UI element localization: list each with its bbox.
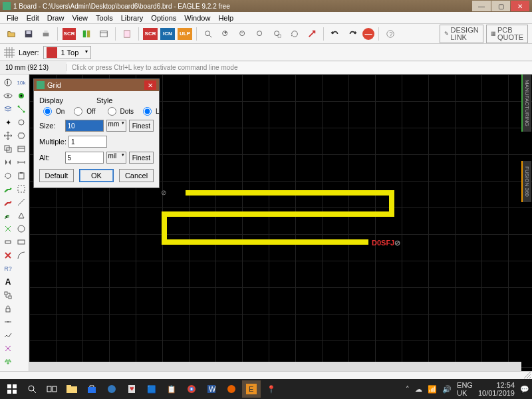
menu-help[interactable]: Help (214, 14, 237, 22)
text-tool[interactable]: A (2, 276, 14, 288)
grid-icon[interactable] (4, 47, 15, 58)
zoom-in-button[interactable]: + (218, 27, 233, 41)
info-tool[interactable]: i (2, 76, 14, 88)
tb-firefox[interactable] (222, 380, 241, 398)
layers-tool[interactable] (2, 103, 14, 115)
default-button[interactable]: Default (39, 169, 74, 182)
undo-button[interactable] (328, 27, 342, 41)
start-button[interactable] (3, 380, 21, 398)
sheet-button[interactable] (120, 27, 134, 41)
ratsnest-tool[interactable] (2, 342, 14, 354)
split-tool[interactable] (2, 316, 14, 328)
menu-window[interactable]: Window (180, 14, 214, 22)
close-window-button[interactable]: ✕ (511, 1, 529, 11)
dialog-close-button[interactable]: ✕ (144, 80, 156, 90)
open-button[interactable] (4, 27, 19, 41)
move-tool[interactable] (2, 130, 14, 142)
size-unit-select[interactable]: mm (106, 120, 126, 132)
maximize-button[interactable]: ▢ (491, 1, 510, 11)
library-button[interactable] (96, 27, 111, 41)
system-tray[interactable]: ˄ ☁ 📶 🔊 ENGUK 12:5410/01/2019 💬 (406, 381, 529, 397)
tb-chrome[interactable] (182, 380, 201, 398)
dialog-titlebar[interactable]: Grid ✕ (34, 79, 159, 91)
menu-tools[interactable]: Tools (92, 14, 117, 22)
menu-options[interactable]: Options (147, 14, 180, 22)
tb-edge[interactable] (102, 380, 121, 398)
display-off-radio[interactable] (74, 107, 82, 116)
polygon-tool[interactable] (15, 209, 27, 221)
replace-tool[interactable] (2, 289, 14, 301)
hole-tool[interactable] (15, 116, 27, 128)
tb-app2[interactable]: 📋 (162, 380, 181, 398)
icn-button[interactable]: ICN (160, 28, 175, 40)
redo-zoom-button[interactable] (287, 27, 302, 41)
attribute-tool[interactable] (15, 143, 27, 155)
delete-tool[interactable] (2, 249, 14, 261)
fanout-tool[interactable] (2, 223, 14, 235)
name-tool[interactable]: R? (2, 263, 14, 275)
tray-chevron-icon[interactable]: ˄ (406, 385, 410, 394)
rect-tool[interactable] (15, 236, 27, 248)
line-tool[interactable] (15, 196, 27, 208)
task-view-button[interactable] (43, 380, 61, 398)
tb-solitaire[interactable]: ♥ (122, 380, 141, 398)
tab-manufacturing[interactable]: MANUFACTURING (521, 74, 531, 132)
mirror-tool[interactable] (2, 156, 14, 168)
alt-input[interactable] (65, 152, 104, 164)
show-tool[interactable] (2, 90, 14, 102)
zoom-out-button[interactable]: - (235, 27, 250, 41)
tray-language[interactable]: ENGUK (457, 381, 473, 397)
cam-button[interactable]: SCR (62, 27, 76, 41)
stop-button[interactable]: — (362, 28, 374, 40)
menu-file[interactable]: File (3, 14, 23, 22)
tray-notifications-icon[interactable]: 💬 (520, 385, 529, 394)
resize-grip-icon[interactable] (524, 372, 531, 378)
via-tool[interactable] (15, 90, 27, 102)
route-multi-tool[interactable] (2, 209, 14, 221)
design-link-button[interactable]: ✎ DESIGN LINK (440, 25, 483, 43)
dimension-tool[interactable] (15, 156, 27, 168)
menu-draw[interactable]: Draw (43, 14, 68, 22)
command-input[interactable]: Click or press Ctrl+L key to activate co… (66, 62, 532, 74)
tb-store[interactable] (82, 380, 101, 398)
redo-button[interactable] (345, 27, 360, 41)
ripup-tool[interactable] (2, 196, 14, 208)
zoom-select-button[interactable] (270, 27, 285, 41)
size-input[interactable] (65, 120, 104, 132)
horizontal-scrollbar[interactable] (29, 362, 521, 371)
arc-tool[interactable] (15, 249, 27, 261)
tb-app3[interactable]: 📍 (262, 380, 281, 398)
menu-library[interactable]: Library (117, 14, 148, 22)
change-tool[interactable] (15, 130, 27, 142)
size-finest-button[interactable]: Finest (129, 120, 154, 132)
signal-tool[interactable] (15, 103, 27, 115)
save-button[interactable] (21, 27, 36, 41)
optimize-tool[interactable] (2, 329, 14, 341)
menu-edit[interactable]: Edit (23, 14, 43, 22)
zoom-fit-button[interactable] (201, 27, 215, 41)
pcb-quote-button[interactable]: ▦ PCB QUOTE (486, 25, 528, 43)
display-on-radio[interactable] (43, 107, 52, 116)
group-tool[interactable] (15, 183, 27, 195)
print-button[interactable] (39, 27, 53, 41)
mark-tool[interactable]: ✦ (2, 116, 14, 128)
layer-select[interactable]: 1 Top (43, 46, 92, 59)
minimize-button[interactable]: — (472, 1, 491, 11)
tab-fusion360[interactable]: FUSION 360 (521, 161, 531, 202)
alt-unit-select[interactable]: mil (106, 152, 126, 164)
tray-clock[interactable]: 12:5410/01/2019 (478, 381, 515, 397)
style-lines-radio[interactable] (143, 107, 152, 116)
tray-volume-icon[interactable]: 🔊 (442, 385, 452, 394)
board-schematic-button[interactable] (79, 27, 94, 41)
cancel-dialog-button[interactable]: Cancel (119, 169, 154, 182)
menu-view[interactable]: View (68, 14, 92, 22)
ok-button[interactable]: OK (79, 169, 114, 182)
meander-tool[interactable] (2, 356, 14, 368)
ulp-button[interactable]: ULP (178, 28, 192, 40)
rotate-tool[interactable] (2, 170, 14, 182)
cancel-button[interactable] (305, 27, 319, 41)
lock-tool[interactable] (2, 303, 14, 315)
alt-finest-button[interactable]: Finest (129, 152, 154, 164)
copy-tool[interactable] (2, 143, 14, 155)
tb-eagle[interactable]: E (242, 380, 261, 398)
